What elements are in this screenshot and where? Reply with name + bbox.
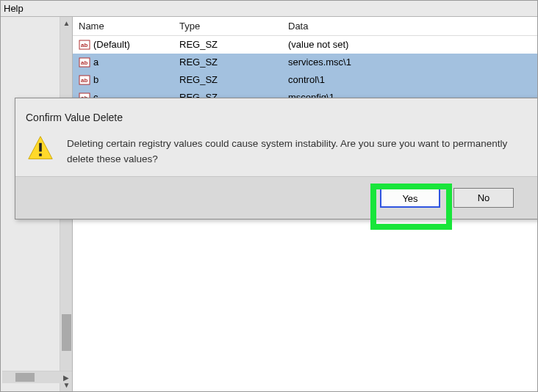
value-name: (Default) xyxy=(93,36,130,54)
confirm-delete-dialog: Confirm Value Delete Deleting certain re… xyxy=(15,98,538,219)
value-data: (value not set) xyxy=(288,36,537,54)
col-header-type[interactable]: Type xyxy=(179,17,288,35)
reg-string-icon: ab xyxy=(79,57,90,68)
menu-help[interactable]: Help xyxy=(4,3,24,14)
col-header-data[interactable]: Data xyxy=(288,17,537,35)
value-data: services.msc\1 xyxy=(288,54,537,71)
scroll-thumb[interactable] xyxy=(62,314,71,351)
col-header-name[interactable]: Name xyxy=(73,17,179,35)
dialog-message: Deleting certain registry values could c… xyxy=(67,135,508,167)
dialog-title: Confirm Value Delete xyxy=(15,98,538,128)
warning-icon xyxy=(27,135,54,161)
value-name: a xyxy=(93,54,98,71)
reg-string-icon: ab xyxy=(79,74,90,86)
svg-rect-10 xyxy=(39,153,42,156)
no-button[interactable]: No xyxy=(453,188,514,208)
reg-string-icon: ab xyxy=(79,39,90,51)
svg-text:ab: ab xyxy=(81,77,87,84)
scroll-up-icon[interactable]: ▲ xyxy=(60,17,73,29)
list-header: Name Type Data xyxy=(73,17,537,36)
svg-rect-9 xyxy=(39,143,42,152)
table-row[interactable]: abbREG_SZcontrol\1 xyxy=(73,71,537,89)
svg-text:ab: ab xyxy=(81,59,87,66)
yes-button[interactable]: Yes xyxy=(380,188,440,208)
svg-text:ab: ab xyxy=(81,42,87,48)
table-row[interactable]: abaREG_SZservices.msc\1 xyxy=(73,54,537,71)
dialog-button-bar: Yes No xyxy=(15,176,538,219)
list-body: ab(Default)REG_SZ(value not set)abaREG_S… xyxy=(73,36,537,106)
tree-horizontal-scrollbar[interactable]: ▶ xyxy=(2,371,72,383)
value-type: REG_SZ xyxy=(179,36,288,54)
table-row[interactable]: ab(Default)REG_SZ(value not set) xyxy=(73,36,537,54)
value-data: control\1 xyxy=(288,71,537,89)
value-name: b xyxy=(93,71,98,89)
value-type: REG_SZ xyxy=(179,54,288,71)
value-type: REG_SZ xyxy=(179,71,288,89)
hscroll-right-icon[interactable]: ▶ xyxy=(60,371,72,384)
menubar: Help xyxy=(1,1,537,17)
hscroll-thumb[interactable] xyxy=(15,373,35,382)
